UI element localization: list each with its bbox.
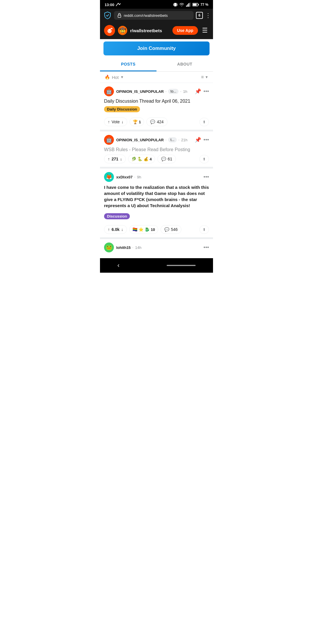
reddit-logo[interactable] [104, 25, 115, 36]
back-button[interactable]: ‹ [117, 262, 119, 269]
post-3-vote-count: 6.0k [112, 227, 119, 232]
post-1-time: 1h [183, 89, 187, 94]
downvote-icon-2: ↓ [120, 157, 122, 161]
post-2-sub: t... [168, 137, 176, 142]
post-3-author: xxDIxx07 [116, 175, 132, 179]
award-icon-3b: ⭐ [139, 227, 143, 232]
hamburger-menu-button[interactable]: ☰ [201, 26, 209, 35]
post-4-author: lohith15 [116, 245, 131, 250]
svg-rect-9 [193, 4, 196, 6]
post-3-header: 🦊 xxDIxx07 · 9h ••• [104, 172, 209, 182]
post-2-share-button[interactable]: ⬆ [199, 155, 209, 163]
status-bar: 13:00 77 % [100, 0, 213, 9]
post-2-title[interactable]: WSB Rules - Please Read Before Posting [104, 147, 209, 152]
sort-selector[interactable]: 🔥 Hot ▼ [105, 75, 124, 80]
home-indicator[interactable] [167, 265, 196, 266]
post-2-awards-button[interactable]: 🥬 🐍 💰 4 [128, 155, 155, 163]
award-icon-2c: 💰 [143, 157, 148, 161]
pin-icon-2: 📌 [195, 137, 201, 143]
post-2-vote-button[interactable]: ↑ 271 ↓ [104, 155, 126, 163]
reddit-nav: 🤠 r/wallstreetbets Use App ☰ [100, 22, 213, 39]
award-icon-2a: 🥬 [131, 157, 136, 161]
content-tabs: POSTS ABOUT [100, 58, 213, 72]
post-3-comments-button[interactable]: 💬 546 [161, 225, 181, 234]
share-icon-1: ⬆ [203, 120, 206, 124]
downvote-icon: ↓ [121, 120, 123, 124]
post-4: 🐸 lohith15 · 14h ••• [100, 239, 213, 258]
join-community-button[interactable]: Join Community [103, 41, 210, 55]
svg-rect-4 [187, 4, 188, 7]
post-1-author: OPINION_IS_UNPOPULAR [116, 89, 164, 94]
svg-point-11 [108, 29, 112, 33]
upvote-icon: ↑ [108, 120, 110, 124]
tab-posts[interactable]: POSTS [100, 58, 156, 71]
award-icon-2b: 🐍 [137, 157, 142, 161]
post-1-flair: Daily Discussion [104, 106, 140, 112]
tab-counter[interactable]: 6 [196, 12, 203, 19]
browser-bar: reddit.com/r/wallstreetbets 6 ⋮ [100, 9, 213, 22]
signal-icon [116, 3, 121, 7]
url-bar[interactable]: reddit.com/r/wallstreetbets [114, 11, 194, 20]
post-1-title[interactable]: Daily Discussion Thread for April 06, 20… [104, 99, 209, 104]
wsb-community-icon: 🤠 [118, 26, 127, 35]
upvote-icon-3: ↑ [108, 227, 110, 232]
lock-icon [117, 13, 121, 18]
post-4-meta: lohith15 · 14h [116, 245, 201, 250]
fire-icon: 🔥 [105, 75, 110, 80]
tab-about[interactable]: ABOUT [156, 58, 213, 71]
signal-bars-icon [186, 3, 191, 7]
post-2-meta: OPINION_IS_UNPOPULAR · t... · 21h [116, 137, 192, 142]
svg-rect-10 [118, 15, 121, 17]
post-3-comment-count: 546 [171, 227, 178, 232]
pin-icon-1: 📌 [195, 88, 201, 95]
comment-icon-1: 💬 [150, 120, 155, 124]
svg-rect-3 [186, 6, 187, 7]
post-1-comments-button[interactable]: 💬 424 [146, 117, 167, 126]
post-1-share-button[interactable]: ⬆ [199, 118, 209, 126]
award-icon-3c: 🐉 [145, 227, 150, 232]
status-time-area: 13:00 [105, 3, 121, 7]
post-1-comment-count: 424 [157, 120, 163, 124]
post-2-more-button[interactable]: ••• [203, 137, 209, 143]
post-1-actions: ↑ Vote ↓ 🏆 1 💬 424 ⬆ [104, 117, 209, 126]
sort-chevron-icon: ▼ [120, 75, 124, 79]
join-community-label: Join Community [137, 46, 176, 51]
use-app-button[interactable]: Use App [172, 26, 198, 35]
post-1-vote-label: Vote [112, 120, 120, 124]
post-3-awards-button[interactable]: 🏳️‍🌈 ⭐ 🐉 10 [129, 225, 158, 234]
post-2-vote-count: 271 [112, 157, 118, 161]
sort-bar: 🔥 Hot ▼ ≡ ▼ [100, 72, 213, 83]
share-icon-2: ⬆ [203, 157, 206, 161]
svg-rect-0 [174, 3, 176, 6]
post-1-header: 🤖 OPINION_IS_UNPOPULAR · to... · 1h 📌 ••… [104, 86, 209, 96]
post-4-more-button[interactable]: ••• [203, 245, 209, 251]
post-3-flair: Discussion [104, 213, 130, 219]
svg-rect-5 [188, 3, 189, 7]
shield-icon [103, 11, 112, 19]
post-2-comment-count: 61 [168, 157, 172, 161]
post-2-time: 21h [181, 138, 188, 142]
post-3-share-button[interactable]: ⬆ [199, 225, 209, 234]
post-2-actions: ↑ 271 ↓ 🥬 🐍 💰 4 💬 61 ⬆ [104, 155, 209, 163]
post-1-more-button[interactable]: ••• [203, 88, 209, 95]
post-2-avatar: 🤖 [104, 135, 114, 145]
layout-selector[interactable]: ≡ ▼ [201, 75, 208, 80]
sort-label: Hot [112, 75, 119, 80]
svg-rect-6 [190, 3, 190, 7]
more-menu-button[interactable]: ⋮ [205, 12, 211, 19]
award-icon-1: 🏆 [133, 120, 138, 124]
post-3-more-button[interactable]: ••• [203, 174, 209, 180]
layout-chevron-icon: ▼ [205, 75, 208, 79]
post-1-awards-button[interactable]: 🏆 1 [130, 117, 144, 126]
svg-point-13 [110, 30, 111, 31]
post-2-award-count: 4 [150, 157, 152, 161]
post-1-vote-button[interactable]: ↑ Vote ↓ [104, 117, 127, 126]
post-2-comments-button[interactable]: 💬 61 [157, 155, 176, 163]
vibrate-icon [173, 2, 177, 7]
post-3-vote-button[interactable]: ↑ 6.0k ↓ [104, 225, 127, 234]
share-icon-3: ⬆ [203, 227, 206, 232]
post-3-time: 9h [137, 175, 141, 179]
status-icons-area: 77 % [173, 2, 208, 7]
post-3-title[interactable]: I have come to the realization that a st… [104, 184, 209, 209]
post-4-header: 🐸 lohith15 · 14h ••• [104, 243, 209, 252]
